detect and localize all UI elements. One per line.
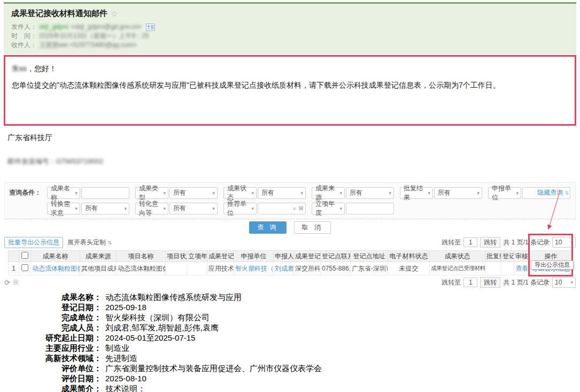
field-select-recommend-unit[interactable]: 推荐单位▾ bbox=[223, 203, 257, 214]
detail-value: 制造业 bbox=[102, 343, 129, 353]
sort-icon: ⇅ bbox=[564, 190, 569, 196]
cell-result-name-link[interactable]: 动态流体颗粒图像传感... bbox=[31, 262, 80, 275]
cell-point-address: 广东省-深圳市 bbox=[351, 262, 388, 275]
detail-value: 广东省测量控制技术与装备应用促进会、广州市仪器仪表学会 bbox=[102, 363, 322, 373]
cell-register-no bbox=[501, 262, 514, 275]
recipient-value: 卫慧慧wei <529773490@qq.com> bbox=[39, 41, 137, 50]
export-tooltip: 导出公示信息 bbox=[531, 260, 574, 270]
page: 成果登记接收材料通知邮件 ☆ 发件人： skjt_gdpro <skjt_gdp… bbox=[0, 0, 580, 392]
table-row: 1 动态流体颗粒图像传感... 其他项目成果 动态流体颗粒图像传感... 应用技… bbox=[9, 262, 572, 275]
page-size-select[interactable]: 10▾ bbox=[552, 237, 576, 248]
cell-result-source: 其他项目成果 bbox=[80, 262, 117, 275]
col-ematerial-status: 电子材料状态 bbox=[388, 251, 430, 262]
cell-apply-unit-link[interactable]: 智火柴科技（深圳）有... bbox=[234, 262, 274, 275]
detail-label: 研究起止日期： bbox=[32, 333, 102, 343]
result-source-select[interactable]: 所有▾ bbox=[346, 187, 394, 199]
field-select-apply-unit[interactable]: 申报单位▾ bbox=[488, 187, 521, 199]
approval-result-select[interactable]: 所有▾ bbox=[434, 187, 482, 199]
transform-demand-select[interactable]: 所有▾ bbox=[81, 203, 129, 214]
hide-query-link[interactable]: 隐藏查询 ⇅ bbox=[537, 188, 569, 197]
cell-project-status bbox=[166, 262, 187, 275]
col-point-contact: 登记点联系人 bbox=[321, 251, 351, 262]
page-size-select[interactable]: 10▾ bbox=[552, 277, 576, 288]
col-register-type: 成果登记类型 bbox=[207, 251, 234, 262]
field-select-transform-demand[interactable]: 转换需求意▾ bbox=[47, 203, 80, 214]
detail-label: 主要应用行业： bbox=[32, 343, 102, 353]
sender-address: <skjt_gdpro@gd.gov.cn> bbox=[71, 22, 142, 32]
page-jump-input[interactable] bbox=[463, 237, 477, 247]
cancel-button[interactable]: 取 消 bbox=[294, 221, 331, 234]
row-checkbox[interactable] bbox=[21, 264, 28, 271]
detail-value: 刘成君,邹军发,胡智超,彭伟,袁鹰 bbox=[102, 322, 219, 333]
jump-label: 跳转至 bbox=[442, 278, 461, 287]
detail-label: 完成单位： bbox=[32, 312, 102, 322]
chevron-down-icon: ▾ bbox=[570, 240, 573, 245]
view-link[interactable]: 查看 bbox=[514, 262, 530, 275]
col-result-source: 成果来源 bbox=[80, 251, 117, 262]
col-applicant: 申报人 bbox=[274, 251, 294, 262]
page-jump-input[interactable] bbox=[463, 278, 477, 287]
bottom-pagination: 跳转至 跳转 共 1 页/1 条记录 10▾ bbox=[442, 277, 576, 288]
index-header bbox=[9, 251, 19, 262]
cell-ematerial-status: 未提交 bbox=[388, 262, 430, 275]
chevron-down-icon: ▾ bbox=[251, 206, 254, 211]
record-summary: 共 1 页/1 条记录 bbox=[503, 238, 550, 247]
chevron-down-icon: ▾ bbox=[389, 190, 391, 196]
table-header-row: 成果名称 成果来源 项目名称 项目状态 立项年度 成果登记类型 申报单位 申报人… bbox=[9, 251, 572, 262]
cell-register-point: 深交所科技... bbox=[294, 262, 321, 275]
chevron-down-icon: ▾ bbox=[251, 190, 254, 196]
result-name-input[interactable] bbox=[81, 187, 129, 199]
search-button[interactable]: 查 询 bbox=[249, 221, 286, 234]
col-result-status: 成果状态 bbox=[430, 251, 485, 262]
chevron-down-icon: ▾ bbox=[300, 190, 303, 196]
expand-header-link[interactable]: 展开表头定制 ⇅ bbox=[67, 238, 112, 247]
to-label: 收件人： bbox=[11, 41, 37, 50]
field-select-project-year[interactable]: 立项年度▾ bbox=[312, 203, 345, 214]
field-select-result-status[interactable]: 成果状态▾ bbox=[223, 187, 257, 199]
project-year-input[interactable] bbox=[346, 203, 394, 214]
contact-card-icon[interactable] bbox=[146, 24, 155, 31]
query-condition-label: 查询条件： bbox=[9, 188, 41, 197]
result-type-select[interactable]: 所有▾ bbox=[169, 187, 218, 199]
field-select-approval-result[interactable]: 批复结果▾ bbox=[400, 187, 433, 199]
refresh-icon[interactable]: ⟳ bbox=[4, 279, 10, 287]
field-select-result-type[interactable]: 成果类型▾ bbox=[135, 187, 168, 199]
chevron-down-icon: ▾ bbox=[339, 190, 342, 196]
col-register-point: 成果登记点 bbox=[294, 251, 321, 262]
col-point-address: 登记点地址 bbox=[351, 251, 388, 262]
cell-applicant-link[interactable]: 刘成君 bbox=[274, 262, 294, 275]
email-header-panel: 成果登记接收材料通知邮件 ☆ 发件人： skjt_gdpro <skjt_gdp… bbox=[4, 2, 576, 54]
chevron-down-icon: ▾ bbox=[477, 190, 480, 196]
field-select-result-name[interactable]: 成果名称▾ bbox=[47, 187, 80, 199]
time-label: 时 间： bbox=[11, 32, 37, 41]
col-result-name: 成果名称 bbox=[31, 251, 80, 262]
detail-label: 登记日期： bbox=[32, 302, 102, 312]
org-picker-icon[interactable]: ⊞ bbox=[299, 205, 304, 212]
col-review-opinion: 审核意见 bbox=[514, 251, 530, 262]
detail-label: 成果简介： bbox=[32, 383, 102, 392]
copy-icon[interactable]: ⎘ bbox=[13, 279, 19, 286]
field-select-transform-intent[interactable]: 转化意向等▾ bbox=[135, 203, 168, 214]
star-icon[interactable]: ☆ bbox=[111, 9, 118, 19]
detail-value: 技术说明： bbox=[102, 383, 145, 392]
jump-button[interactable]: 跳转 bbox=[480, 237, 500, 248]
col-register-no: 登记号 bbox=[501, 251, 514, 262]
detail-value: 2025-08-10 bbox=[102, 373, 146, 383]
cell-project-name: 动态流体颗粒图像传感... bbox=[117, 262, 166, 275]
field-select-result-source[interactable]: 成果来源▾ bbox=[312, 187, 345, 199]
select-all-checkbox[interactable] bbox=[21, 252, 28, 259]
batch-export-button[interactable]: 批量导出公示信息 bbox=[4, 237, 63, 248]
result-status-select[interactable]: 所有▾ bbox=[258, 187, 306, 199]
clear-icon[interactable]: × bbox=[293, 205, 296, 212]
query-panel: 隐藏查询 ⇅ 查询条件： 成果名称▾ 成果类型▾ 所有▾ 成果状态▾ 所有▾ 成… bbox=[4, 182, 576, 219]
chevron-down-icon: ▾ bbox=[75, 206, 78, 211]
cell-project-year bbox=[187, 262, 207, 275]
cell-point-contact: 0755-886... bbox=[321, 262, 351, 275]
record-summary: 共 1 页/1 条记录 bbox=[503, 278, 550, 287]
chevron-down-icon: ▾ bbox=[212, 190, 215, 196]
greeting-name: 朱xx bbox=[12, 64, 27, 73]
cell-register-type: 应用技术 bbox=[207, 262, 234, 275]
jump-button[interactable]: 跳转 bbox=[480, 277, 500, 288]
transform-intent-select[interactable]: 所有▾ bbox=[169, 203, 218, 214]
email-body-annotation-box: 朱xx，您好！ 您单位提交的"动态流体颗粒图像传感系统研发与应用"已被科技成果登… bbox=[4, 55, 576, 126]
